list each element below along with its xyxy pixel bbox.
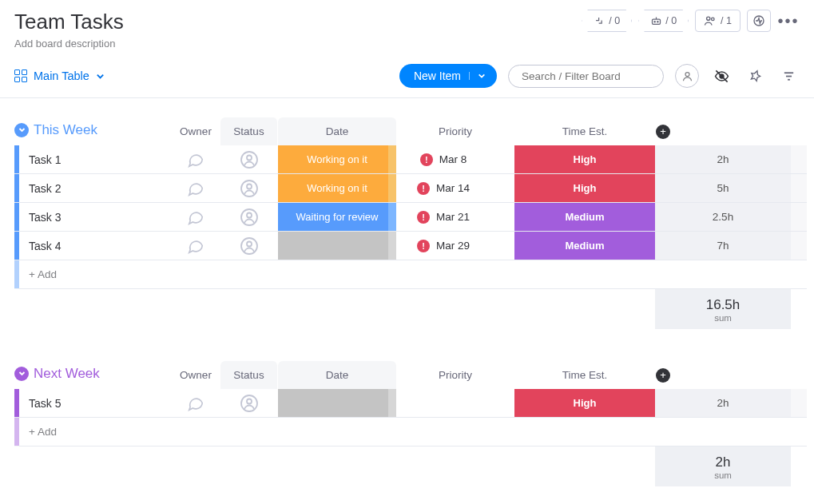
hide-columns[interactable] [710,65,733,87]
owner-cell[interactable] [220,145,278,174]
person-icon [240,236,259,256]
table-row[interactable]: Task 1Working on it!Mar 8High2h [14,145,800,174]
group-name[interactable]: Next Week [34,366,100,382]
task-name[interactable]: Task 3 [19,203,171,232]
column-header-time[interactable]: Time Est. [514,117,655,145]
filter-button[interactable] [777,65,800,87]
view-switcher[interactable]: Main Table [14,69,105,82]
task-name[interactable]: Task 1 [19,145,171,174]
table-row[interactable]: Task 2Working on it!Mar 14High5h [14,174,800,203]
row-end [791,145,807,174]
collapse-toggle[interactable] [14,123,29,137]
table-row[interactable]: Task 3Waiting for review!Mar 21Medium2.5… [14,203,800,232]
svg-point-16 [247,184,252,189]
column-header-priority[interactable]: Priority [396,361,514,389]
task-name[interactable]: Task 2 [19,174,171,203]
chat-button[interactable] [171,174,220,203]
person-filter[interactable] [675,64,699,88]
date-label: Mar 29 [436,240,470,252]
column-header-time[interactable]: Time Est. [514,361,655,389]
integration-badge-1-count: / 0 [609,15,620,26]
group-name[interactable]: This Week [34,122,97,138]
integration-badge-1[interactable]: / 0 [582,10,632,32]
chat-button[interactable] [171,232,220,260]
priority-cell[interactable]: High [514,174,655,203]
chat-button[interactable] [171,145,220,174]
column-header-owner[interactable]: Owner [171,117,220,145]
person-icon [240,150,259,169]
chat-button[interactable] [171,389,220,418]
column-header-date[interactable]: Date [278,117,396,145]
time-cell[interactable]: 7h [655,232,791,260]
group-header[interactable]: Next Week [14,361,171,389]
alert-icon: ! [420,153,433,166]
status-accent [388,174,396,202]
filter-icon [782,69,796,83]
date-cell[interactable] [396,389,514,418]
people-badge[interactable]: / 1 [695,10,741,32]
time-cell[interactable]: 5h [655,174,791,203]
time-cell[interactable]: 2h [655,145,791,174]
date-label: Mar 8 [439,153,467,165]
column-header-status[interactable]: Status [220,361,278,389]
add-row[interactable]: + Add [14,418,800,446]
svg-point-2 [657,21,658,22]
search-input-wrap[interactable] [508,65,664,88]
row-color-bar [14,418,19,446]
search-input[interactable] [522,70,650,82]
sum-cell: 16.5hsum [655,289,791,329]
status-label: Working on it [307,182,367,194]
chat-button[interactable] [171,203,220,232]
new-item-button[interactable]: New Item [399,64,497,88]
column-header-owner[interactable]: Owner [171,361,220,389]
more-menu[interactable]: ••• [777,10,800,32]
board-description[interactable]: Add board description [14,38,124,50]
new-item-label: New Item [414,69,461,82]
date-cell[interactable]: !Mar 29 [396,232,514,260]
table-row[interactable]: Task 4!Mar 29Medium7h [14,232,800,260]
pin-button[interactable] [744,65,766,87]
status-cell[interactable]: Working on it [278,145,396,174]
add-row[interactable]: + Add [14,260,800,289]
owner-cell[interactable] [220,174,278,203]
integration-badge-2[interactable]: / 0 [638,10,689,32]
column-header-status[interactable]: Status [220,117,278,145]
board-title[interactable]: Team Tasks [14,10,124,34]
people-badge-count: / 1 [721,15,732,26]
chat-icon [187,180,204,197]
owner-cell[interactable] [220,203,278,232]
activity-badge[interactable] [747,10,771,32]
date-cell[interactable]: !Mar 14 [396,174,514,203]
add-column-button[interactable]: + [656,368,670,383]
owner-cell[interactable] [220,232,278,260]
column-header-date[interactable]: Date [278,361,396,389]
add-column-button[interactable]: + [656,125,670,139]
owner-cell[interactable] [220,389,278,418]
group-header[interactable]: This Week [14,117,171,145]
date-cell[interactable]: !Mar 8 [396,145,514,174]
person-icon [240,208,259,227]
time-cell[interactable]: 2.5h [655,203,791,232]
time-cell[interactable]: 2h [655,389,791,418]
svg-point-5 [712,18,715,21]
collapse-toggle[interactable] [14,367,29,381]
priority-cell[interactable]: Medium [514,203,655,232]
table-row[interactable]: Task 5High2h [14,389,800,418]
svg-point-4 [707,17,710,20]
status-cell[interactable]: Waiting for review [278,203,396,232]
sum-label: sum [655,470,791,480]
status-cell[interactable]: Working on it [278,174,396,203]
priority-cell[interactable]: High [514,145,655,174]
status-cell[interactable] [278,232,396,260]
task-name[interactable]: Task 4 [19,232,171,260]
priority-cell[interactable]: Medium [514,232,655,260]
svg-point-20 [247,241,252,246]
new-item-dropdown[interactable] [469,72,486,80]
priority-cell[interactable]: High [514,389,655,418]
date-cell[interactable]: !Mar 21 [396,203,514,232]
sum-cell: 2hsum [655,446,791,486]
add-row-label: + Add [19,418,791,446]
column-header-priority[interactable]: Priority [396,117,514,145]
task-name[interactable]: Task 5 [19,389,171,418]
status-cell[interactable] [278,389,396,418]
